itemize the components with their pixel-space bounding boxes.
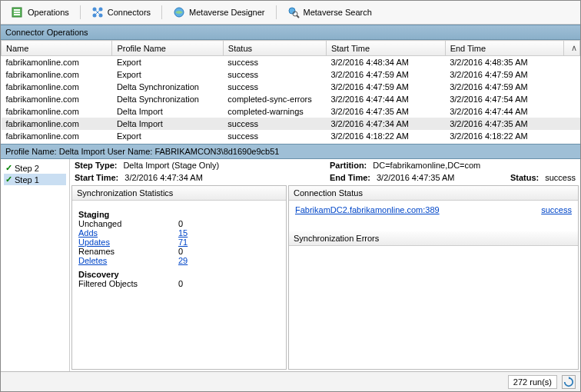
cell-name: fabrikamonline.com: [2, 56, 112, 69]
table-row[interactable]: fabrikamonline.comExportsuccess3/2/2016 …: [2, 68, 580, 81]
toolbar: Operations Connectors Metaverse Designer…: [1, 1, 580, 25]
discovery-group: Discovery: [78, 270, 280, 279]
filtered-label: Filtered Objects: [78, 279, 178, 288]
details-area: ✓ Step 2 ✓ Step 1 Step Type: Delta Impor…: [1, 159, 580, 371]
metaverse-search-tab[interactable]: Metaverse Search: [281, 4, 378, 21]
table-row[interactable]: fabrikamonline.comDelta Synchronizations…: [2, 81, 580, 93]
cell-status: success: [223, 81, 326, 93]
svg-line-13: [297, 15, 299, 18]
metaverse-designer-icon: [173, 6, 185, 18]
connector-operations-header: Connector Operations: [1, 25, 580, 40]
status-value: success: [545, 173, 576, 182]
cell-status: success: [223, 130, 326, 142]
table-row[interactable]: fabrikamonline.comExportsuccess3/2/2016 …: [2, 130, 580, 142]
runs-count: 272 run(s): [508, 375, 557, 389]
step-2-item[interactable]: ✓ Step 2: [4, 162, 66, 174]
cell-start: 3/2/2016 4:48:34 AM: [326, 56, 445, 69]
refresh-icon: [563, 377, 574, 387]
cell-profile: Delta Synchronization: [112, 93, 223, 105]
col-scroll: ∧: [564, 41, 580, 56]
cell-start: 3/2/2016 4:47:34 AM: [326, 118, 445, 130]
cell-start: 3/2/2016 4:18:10 AM: [326, 142, 445, 144]
check-icon: ✓: [5, 174, 12, 184]
separator: [80, 5, 81, 19]
start-time-value: 3/2/2016 4:47:34 AM: [124, 173, 203, 182]
cell-name: fabrikamonline.com: [2, 93, 112, 105]
table-row[interactable]: fabrikamonline.comDelta Importcompleted-…: [2, 105, 580, 118]
sync-errors-body: [289, 246, 578, 369]
svg-rect-1: [14, 9, 20, 11]
step-type-value: Delta Import (Stage Only): [123, 161, 219, 170]
detail-main: Step Type: Delta Import (Stage Only) Sta…: [70, 159, 580, 371]
deletes-link[interactable]: Deletes: [78, 256, 178, 265]
deletes-value[interactable]: 29: [178, 256, 188, 265]
cell-end: 3/2/2016 4:47:54 AM: [445, 93, 564, 105]
sync-statistics-panel: Synchronization Statistics Staging Uncha…: [71, 185, 287, 370]
metaverse-search-label: Metaverse Search: [304, 8, 372, 17]
table-row[interactable]: fabrikamonline.comDelta Importsuccess3/2…: [2, 118, 580, 130]
svg-point-11: [289, 8, 295, 14]
metaverse-search-icon: [287, 6, 300, 18]
scroll-up-icon[interactable]: ∧: [569, 43, 579, 53]
cell-profile: Delta Synchronization: [112, 81, 223, 93]
adds-link[interactable]: Adds: [78, 228, 178, 238]
step-1-item[interactable]: ✓ Step 1: [4, 174, 66, 185]
col-status[interactable]: Status: [223, 41, 326, 56]
separator: [161, 5, 162, 19]
col-name[interactable]: Name: [2, 41, 112, 56]
operations-grid[interactable]: Name Profile Name Status Start Time End …: [1, 40, 580, 144]
sync-errors-header: Synchronization Errors: [289, 231, 578, 246]
renames-label: Renames: [78, 247, 178, 256]
table-row[interactable]: fabrikamonline.comExportsuccess3/2/2016 …: [2, 56, 580, 69]
cell-name: fabrikamonline.com: [2, 68, 112, 81]
cell-status: success: [223, 118, 326, 130]
cell-status: completed-warnings: [223, 105, 326, 118]
col-profile[interactable]: Profile Name: [112, 41, 223, 56]
cell-start: 3/2/2016 4:18:22 AM: [326, 130, 445, 142]
table-row[interactable]: fabrikamonline.comExportsuccess3/2/2016 …: [2, 142, 580, 144]
cell-status: success: [223, 56, 326, 69]
unchanged-value: 0: [178, 219, 183, 228]
metaverse-designer-tab[interactable]: Metaverse Designer: [167, 4, 271, 21]
profile-bar: Profile Name: Delta Import User Name: FA…: [1, 144, 580, 159]
cell-name: fabrikamonline.com: [2, 81, 112, 93]
svg-rect-3: [14, 14, 20, 15]
cell-end: 3/2/2016 4:47:44 AM: [445, 105, 564, 118]
connection-status-header: Connection Status: [289, 186, 578, 201]
connection-result-link[interactable]: success: [541, 205, 572, 227]
cell-start: 3/2/2016 4:47:59 AM: [326, 81, 445, 93]
end-time-value: 3/2/2016 4:47:35 AM: [377, 173, 455, 182]
cell-end: 3/2/2016 4:18:22 AM: [445, 142, 564, 144]
cell-name: fabrikamonline.com: [2, 142, 112, 144]
status-label: Status:: [510, 173, 539, 182]
updates-value[interactable]: 71: [178, 238, 188, 247]
start-time-label: Start Time:: [75, 173, 118, 182]
partition-value: DC=fabrikamonline,DC=com: [373, 161, 480, 170]
staging-group: Staging: [78, 210, 280, 219]
separator: [276, 5, 277, 19]
status-bar: 272 run(s): [1, 371, 580, 391]
grid-header-row[interactable]: Name Profile Name Status Start Time End …: [2, 41, 580, 56]
check-icon: ✓: [5, 163, 12, 173]
partition-label: Partition:: [330, 161, 367, 170]
renames-value: 0: [178, 247, 183, 256]
step-list: ✓ Step 2 ✓ Step 1: [1, 159, 70, 371]
operations-icon: [12, 6, 24, 18]
col-end[interactable]: End Time: [445, 41, 564, 56]
operations-tab[interactable]: Operations: [5, 4, 75, 21]
col-start[interactable]: Start Time: [326, 41, 445, 56]
refresh-button[interactable]: [562, 375, 576, 389]
connectors-tab[interactable]: Connectors: [85, 4, 157, 21]
svg-rect-2: [14, 12, 20, 13]
connectors-label: Connectors: [108, 8, 151, 17]
end-time-label: End Time:: [330, 173, 370, 182]
cell-end: 3/2/2016 4:47:59 AM: [445, 68, 564, 81]
cell-profile: Export: [112, 68, 223, 81]
table-row[interactable]: fabrikamonline.comDelta Synchronizationc…: [2, 93, 580, 105]
cell-profile: Export: [112, 56, 223, 69]
cell-status: success: [223, 68, 326, 81]
updates-link[interactable]: Updates: [78, 238, 178, 247]
cell-name: fabrikamonline.com: [2, 130, 112, 142]
connection-host-link[interactable]: FabrikamDC2.fabrikamonline.com:389: [295, 205, 440, 227]
adds-value[interactable]: 15: [178, 228, 188, 238]
